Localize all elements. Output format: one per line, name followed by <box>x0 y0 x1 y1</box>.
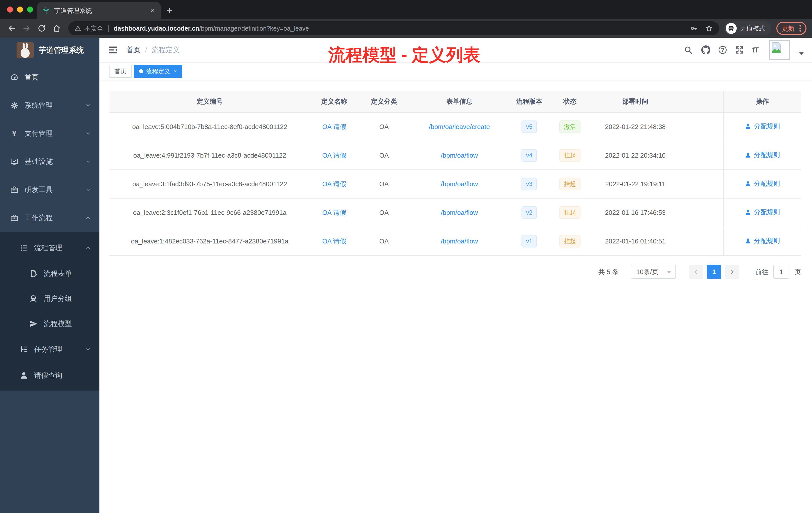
site-favicon-icon <box>42 6 50 14</box>
chevron-down-icon <box>85 187 91 192</box>
version-badge: v1 <box>522 235 537 247</box>
home-button[interactable] <box>50 22 63 35</box>
breadcrumb-home[interactable]: 首页 <box>126 45 141 55</box>
definition-name-link[interactable]: OA 请假 <box>322 152 346 159</box>
definition-name-link[interactable]: OA 请假 <box>322 123 346 130</box>
cell-definition-id: oa_leave:5:004b710b-7b8a-11ec-8ef0-acde4… <box>110 113 310 141</box>
cell-definition-name: OA 请假 <box>310 141 358 170</box>
sidebar-item-leave-query[interactable]: 请假查询 <box>0 362 99 389</box>
tab-close-icon[interactable]: × <box>149 7 156 14</box>
sidebar-item-process-form[interactable]: 流程表单 <box>0 261 99 286</box>
cell-definition-category: OA <box>358 113 409 141</box>
sidebar-item-workflow[interactable]: 工作流程 <box>0 204 99 232</box>
navbar-icons: ? tT <box>684 40 804 60</box>
form-link[interactable]: /bpm/oa/leave/create <box>429 123 490 130</box>
sidebar-item-task-management[interactable]: 任务管理 <box>0 336 99 362</box>
page-number-1[interactable]: 1 <box>707 265 721 279</box>
col-deploy-time: 部署时间 <box>591 91 680 113</box>
tag-home[interactable]: 首页 <box>110 65 132 78</box>
monitor-icon <box>10 157 19 166</box>
sidebar-item-user-group[interactable]: 用户分组 <box>0 286 99 311</box>
avatar-caret-icon[interactable] <box>799 52 804 55</box>
bookmark-star-icon[interactable] <box>705 24 713 32</box>
suitcase-icon <box>10 214 19 222</box>
sidebar-item-dev-tools[interactable]: 研发工具 <box>0 176 99 204</box>
incognito-icon <box>726 23 737 34</box>
definition-name-link[interactable]: OA 请假 <box>322 237 346 245</box>
gear-icon <box>10 101 19 110</box>
chevron-down-icon <box>85 131 91 136</box>
tag-close-icon[interactable]: × <box>174 68 177 74</box>
security-label[interactable]: 不安全 <box>84 24 103 33</box>
browser-menu-icon[interactable] <box>800 28 801 29</box>
hamburger-icon[interactable] <box>108 44 118 56</box>
search-icon[interactable] <box>684 45 693 55</box>
sidebar-item-home[interactable]: 首页 <box>0 63 99 91</box>
col-actions: 操作 <box>724 91 801 113</box>
form-link[interactable]: /bpm/oa/flow <box>441 209 478 216</box>
reload-button[interactable] <box>35 22 48 35</box>
assign-rule-button[interactable]: 分配规则 <box>745 122 780 131</box>
sidebar-item-infrastructure[interactable]: 基础设施 <box>0 148 99 176</box>
app-title: 芋道管理系统 <box>39 45 84 56</box>
tag-process-definition[interactable]: 流程定义 × <box>134 65 182 78</box>
assign-rule-button[interactable]: 分配规则 <box>745 208 780 217</box>
status-badge: 挂起 <box>559 178 580 190</box>
url-bar[interactable]: 不安全 dashboard.yudao.iocoder.cn/bpm/manag… <box>68 21 719 35</box>
tags-view-bar: 首页 流程定义 × <box>99 63 812 80</box>
github-icon[interactable] <box>701 45 710 55</box>
user-icon <box>745 152 751 158</box>
goto-page-input[interactable] <box>773 265 789 279</box>
browser-tab[interactable]: 芋道管理系统 × <box>37 2 161 19</box>
sidebar-item-label: 基础设施 <box>25 157 53 167</box>
cell-status: 挂起 <box>549 198 591 227</box>
assign-rule-button[interactable]: 分配规则 <box>745 236 780 245</box>
breadcrumb-separator: / <box>145 46 147 54</box>
sidebar-item-label: 任务管理 <box>34 344 62 354</box>
form-link[interactable]: /bpm/oa/flow <box>441 237 478 245</box>
dashboard-icon <box>10 73 19 82</box>
assign-rule-button[interactable]: 分配规则 <box>745 179 780 188</box>
cell-definition-category: OA <box>358 198 409 227</box>
next-page-button[interactable] <box>725 265 739 279</box>
form-link[interactable]: /bpm/oa/flow <box>441 180 478 188</box>
page-size-select[interactable]: 10条/页 <box>631 265 676 279</box>
definition-name-link[interactable]: OA 请假 <box>322 180 346 188</box>
back-button[interactable] <box>5 22 18 35</box>
breadcrumb-current: 流程定义 <box>152 45 180 55</box>
user-group-icon <box>29 294 38 303</box>
sidebar-item-payment[interactable]: ¥ 支付管理 <box>0 119 99 148</box>
password-key-icon[interactable] <box>690 24 698 32</box>
assign-rule-button[interactable]: 分配规则 <box>745 151 780 159</box>
new-tab-button[interactable]: + <box>167 5 172 15</box>
definition-name-link[interactable]: OA 请假 <box>322 209 346 216</box>
form-link[interactable]: /bpm/oa/flow <box>441 152 478 159</box>
prev-page-button[interactable] <box>689 265 703 279</box>
cell-definition-id: oa_leave:4:991f2193-7b7f-11ec-a3c8-acde4… <box>110 141 310 170</box>
close-window-button[interactable] <box>7 6 13 12</box>
sidebar-item-label: 流程模型 <box>44 319 72 329</box>
chevron-down-icon <box>85 103 91 108</box>
version-badge: v5 <box>522 120 537 133</box>
sidebar-item-system[interactable]: 系统管理 <box>0 91 99 119</box>
table-row: oa_leave:5:004b710b-7b8a-11ec-8ef0-acde4… <box>110 113 801 141</box>
forward-button[interactable] <box>20 22 33 35</box>
font-size-icon[interactable]: tT <box>752 46 758 54</box>
zoom-window-button[interactable] <box>27 6 33 12</box>
status-badge: 激活 <box>559 120 580 133</box>
chevron-up-icon <box>85 245 91 251</box>
cell-spacer <box>680 227 724 255</box>
update-button[interactable]: 更新 <box>776 22 807 35</box>
cell-definition-id: oa_leave:2:3c1f0ef1-76b1-11ec-9c66-a2380… <box>110 198 310 227</box>
sidebar-item-process-model[interactable]: 流程模型 <box>0 311 99 336</box>
sidebar-item-process-management[interactable]: 流程管理 <box>0 235 99 261</box>
app-logo-row[interactable]: 芋道管理系统 <box>0 38 99 63</box>
sidebar-item-label: 用户分组 <box>44 294 72 303</box>
minimize-window-button[interactable] <box>17 6 23 12</box>
screenshot-root: 芋道管理系统 × + 不安全 dashboard.yudao.iocoder.c… <box>0 0 812 513</box>
fullscreen-icon[interactable] <box>735 45 744 55</box>
avatar[interactable] <box>769 40 790 60</box>
help-icon[interactable]: ? <box>719 46 727 54</box>
user-icon <box>745 209 751 216</box>
user-icon <box>745 123 751 130</box>
